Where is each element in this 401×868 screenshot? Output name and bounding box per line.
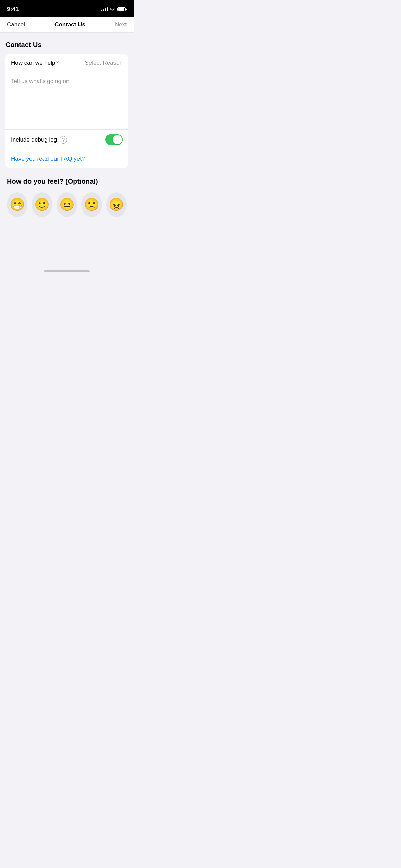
page-title: Contact Us — [54, 21, 85, 28]
emoji-sad[interactable]: 🙁 — [81, 192, 102, 217]
emoji-neutral[interactable]: 😐 — [57, 192, 77, 217]
debug-log-label: Include debug log — [11, 136, 57, 143]
signal-icon — [101, 7, 108, 11]
message-input[interactable] — [11, 78, 123, 122]
home-indicator — [44, 270, 90, 272]
debug-label-wrap: Include debug log ? — [11, 136, 67, 144]
status-time: 9:41 — [7, 6, 19, 13]
feeling-title: How do you feel? (Optional) — [7, 178, 127, 185]
toggle-knob — [113, 135, 122, 144]
debug-log-row: Include debug log ? — [5, 130, 128, 150]
feeling-section: How do you feel? (Optional) 😁🙂😐🙁😠 — [5, 178, 128, 217]
select-reason-button[interactable]: Select Reason — [85, 60, 123, 67]
home-indicator-wrap — [0, 266, 134, 275]
message-area[interactable] — [5, 72, 128, 130]
section-title: Contact Us — [5, 41, 128, 49]
debug-help-icon[interactable]: ? — [60, 136, 67, 144]
cancel-button[interactable]: Cancel — [7, 21, 25, 28]
nav-bar: Cancel Contact Us Next — [0, 17, 134, 33]
emoji-row: 😁🙂😐🙁😠 — [7, 192, 127, 217]
form-card: How can we help? Select Reason Include d… — [5, 54, 128, 168]
faq-row: Have you read our FAQ yet? — [5, 150, 128, 168]
wifi-icon — [110, 7, 115, 11]
debug-log-toggle[interactable] — [105, 134, 123, 145]
help-label: How can we help? — [11, 60, 59, 67]
faq-link[interactable]: Have you read our FAQ yet? — [11, 156, 85, 162]
next-button[interactable]: Next — [115, 21, 127, 28]
emoji-very-happy[interactable]: 😁 — [7, 192, 27, 217]
emoji-happy[interactable]: 🙂 — [32, 192, 52, 217]
emoji-angry[interactable]: 😠 — [106, 192, 127, 217]
help-row: How can we help? Select Reason — [5, 54, 128, 72]
status-icons — [101, 7, 127, 11]
main-content: Contact Us How can we help? Select Reaso… — [0, 33, 134, 225]
battery-icon — [117, 7, 127, 11]
status-bar: 9:41 — [0, 0, 134, 17]
